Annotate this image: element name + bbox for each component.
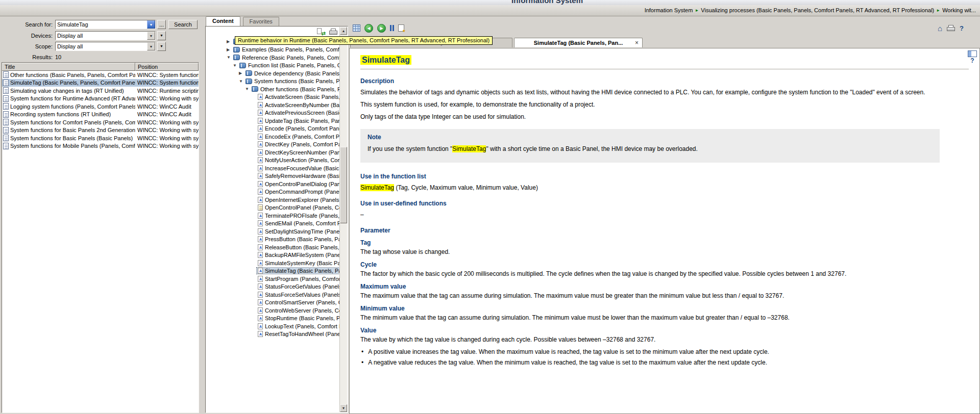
tree-item[interactable]: StatusForceGetValues (Panels, ... xyxy=(206,283,339,291)
help-icon[interactable]: ? xyxy=(960,24,964,32)
devices-extra-dropdown[interactable]: ▼ xyxy=(157,31,166,40)
devices-dropdown-icon[interactable]: ▼ xyxy=(147,32,155,40)
tree-item[interactable]: ReleaseButton (Basic Panels, P... xyxy=(206,243,339,251)
tree-item[interactable]: ActivateScreen (Basic Panels, Pa... xyxy=(206,93,339,101)
tree-item[interactable]: DirectKey (Panels, Comfort Pan... xyxy=(206,141,339,149)
tree-item[interactable]: EncodeEx (Panels, Comfort Pan... xyxy=(206,133,339,141)
breadcrumb[interactable]: Information System►Visualizing processes… xyxy=(0,5,980,16)
sync-to-topic-icon[interactable]: ⇄ xyxy=(317,28,325,35)
tree-item[interactable]: ▶ Device dependency (Basic Panels, Pa... xyxy=(206,69,339,77)
breadcrumb-part[interactable]: Information System xyxy=(645,7,693,13)
breadcrumb-part[interactable]: Visualizing processes (Basic Panels, Pan… xyxy=(701,7,934,13)
search-dropdown-icon[interactable]: ▼ xyxy=(147,20,155,29)
scrollbar-thumb[interactable] xyxy=(340,147,347,223)
tree-item[interactable]: OpenInternetExplorer (Panels, Co... xyxy=(206,196,339,204)
tree-item[interactable]: TerminatePROFIsafe (Panels, C... xyxy=(206,212,339,220)
tree-item-icon xyxy=(258,323,263,329)
results-count: 10 xyxy=(55,53,61,62)
tree-item[interactable]: OpenControlPanel (Panels, Com... xyxy=(206,204,339,212)
tree-item[interactable]: ActivatePreviousScreen (Basic ... xyxy=(206,109,339,117)
pause-icon[interactable] xyxy=(390,25,394,32)
tree-item[interactable]: ▼ System functions (Basic Panels, Panels… xyxy=(206,77,339,86)
tree-item[interactable]: SetDaylightSavingTime (Panels, C... xyxy=(206,227,339,236)
tree-item[interactable]: OpenControlPanelDialog (Panels, ... xyxy=(206,180,339,188)
search-result-row[interactable]: Recording system functions (RT Unified) … xyxy=(2,111,199,119)
tree-item[interactable]: ControlSmartServer (Panels, Comf... xyxy=(206,299,339,307)
search-result-row[interactable]: Other functions (Basic Panels, Panels, C… xyxy=(2,71,199,79)
search-result-row[interactable]: Logging system functions (Panels, Comfor… xyxy=(2,102,199,111)
scope-extra-dropdown[interactable]: ▼ xyxy=(157,42,166,51)
search-combobox[interactable]: ▼ xyxy=(55,20,156,29)
tree-item[interactable]: StatusForceSetValues (Panels, ... xyxy=(206,291,339,299)
tree-expand-arrow-icon[interactable]: ▼ xyxy=(245,87,251,91)
tree-item[interactable]: ▼ Other functions (Basic Panels, Pan... xyxy=(206,85,339,93)
tree-item[interactable]: SimulateSystemKey (Basic Pane... xyxy=(206,259,339,267)
search-result-row[interactable]: System functions for Runtime Advanced (R… xyxy=(2,95,199,103)
close-tab-icon[interactable]: × xyxy=(635,39,639,46)
description-paragraph: Only tags of the data type Integer can b… xyxy=(360,113,940,121)
tree-item[interactable]: ActivateScreenByNumber (Basi... xyxy=(206,101,339,109)
tree-item[interactable]: SafelyRemoveHardware (Basic ... xyxy=(206,172,339,180)
search-result-row[interactable]: System functions for Mobile Panels (Pane… xyxy=(2,142,199,150)
tree-item[interactable]: ▼ Reference (Basic Panels, Panels, Comfo… xyxy=(206,54,339,62)
tree-item-label: Encode (Panels, Comfort Panels, ... xyxy=(265,125,339,132)
column-header-title[interactable]: Title xyxy=(2,63,135,71)
search-result-row[interactable]: SimulateTag (Basic Panels, Panels, Comfo… xyxy=(2,79,199,87)
tree-item[interactable]: NotifyUserAction (Panels, Comf... xyxy=(206,157,339,165)
devices-select[interactable]: Display all ▼ xyxy=(55,31,156,40)
parameter-description: The tag whose value is changed. xyxy=(360,248,940,256)
scroll-down-icon[interactable]: ▼ xyxy=(340,404,347,412)
tree-item[interactable]: StopRuntime (Basic Panels, Panel... xyxy=(206,315,339,323)
tree-item[interactable]: SimulateTag (Basic Panels, Pan... xyxy=(206,267,339,275)
tab-favorites[interactable]: Favorites xyxy=(243,17,279,26)
tree-item[interactable]: ResetTagToHandWheel (Panels, ... xyxy=(206,330,339,339)
search-button[interactable]: Search xyxy=(168,20,198,29)
tree-item[interactable]: SendEMail (Panels, Comfort Panel... xyxy=(206,220,339,228)
breadcrumb-separator-icon: ► xyxy=(934,8,942,13)
tree-item[interactable]: ▼ Function list (Basic Panels, Panels, C… xyxy=(206,62,339,70)
print-icon[interactable] xyxy=(329,29,337,35)
tree-item[interactable]: BackupRAMFileSystem (Panels,... xyxy=(206,251,339,260)
search-result-row[interactable]: System functions for Basic Panels (Basic… xyxy=(2,134,199,142)
browse-button[interactable]: ... xyxy=(157,20,166,29)
search-result-row[interactable]: System functions for Basic Panels 2nd Ge… xyxy=(2,126,199,135)
print-icon[interactable] xyxy=(947,25,955,32)
tree-item[interactable]: StartProgram (Panels, Comfort P... xyxy=(206,275,339,283)
tree-item[interactable]: DirectKeyScreenNumber (Panels, ... xyxy=(206,148,339,157)
tree-expand-arrow-icon[interactable]: ▶ xyxy=(239,71,244,75)
tab-simulatetag[interactable]: SimulateTag (Basic Panels, Pan... × xyxy=(514,38,643,47)
home-icon[interactable]: ⌂ xyxy=(938,24,942,32)
result-title: System functions for Basic Panels 2nd Ge… xyxy=(10,127,135,133)
scroll-up-icon[interactable]: ▲ xyxy=(340,27,347,35)
tree-item[interactable]: OpenCommandPrompt (Panels, ... xyxy=(206,188,339,196)
tree-item[interactable]: ControlWebServer (Panels, Com... xyxy=(206,306,339,315)
breadcrumb-part[interactable]: Working wit... xyxy=(942,7,976,13)
tree-item[interactable]: UpdateTag (Basic Panels, Pane... xyxy=(206,117,339,125)
tree-scrollbar[interactable]: ▲ ▼ xyxy=(339,27,347,412)
tab-content[interactable]: Content xyxy=(206,16,240,26)
annotate-page-icon[interactable] xyxy=(398,24,404,32)
tree-expand-arrow-icon[interactable]: ▼ xyxy=(239,79,244,84)
column-header-position[interactable]: Position xyxy=(135,63,199,71)
toggle-pane-icon[interactable] xyxy=(968,50,977,57)
scope-dropdown-icon[interactable]: ▼ xyxy=(147,42,155,50)
back-icon[interactable]: ◀ xyxy=(364,24,373,33)
context-help-icon[interactable]: ? xyxy=(967,57,977,64)
tree-item[interactable]: LookupText (Panels, Comfort Pan... xyxy=(206,322,339,330)
show-contents-icon[interactable] xyxy=(353,24,360,32)
tree-expand-arrow-icon[interactable]: ▶ xyxy=(227,39,232,44)
tree-expand-arrow-icon[interactable]: ▶ xyxy=(227,47,232,52)
search-input[interactable] xyxy=(56,20,155,29)
scope-select[interactable]: Display all ▼ xyxy=(55,42,156,51)
forward-icon[interactable]: ▶ xyxy=(377,24,386,33)
search-result-row[interactable]: Simulating value changes in tags (RT Uni… xyxy=(2,87,199,95)
description-paragraph: This system function is used, for exampl… xyxy=(360,101,940,109)
search-result-row[interactable]: System functions for Comfort Panels (Pan… xyxy=(2,118,199,126)
tree-item[interactable]: Encode (Panels, Comfort Panels, ... xyxy=(206,125,339,133)
tree-expand-arrow-icon[interactable]: ▼ xyxy=(227,55,232,60)
tree-item[interactable]: IncreaseFocusedValue (Basic P... xyxy=(206,164,339,172)
tree-expand-arrow-icon[interactable]: ▼ xyxy=(233,63,238,68)
tree-item-label: SimulateSystemKey (Basic Pane... xyxy=(265,260,339,266)
tree-item[interactable]: PressButton (Basic Panels, Pan... xyxy=(206,236,339,244)
tree-item[interactable]: ▶ Examples (Basic Panels, Panels, Comfor… xyxy=(206,46,339,54)
